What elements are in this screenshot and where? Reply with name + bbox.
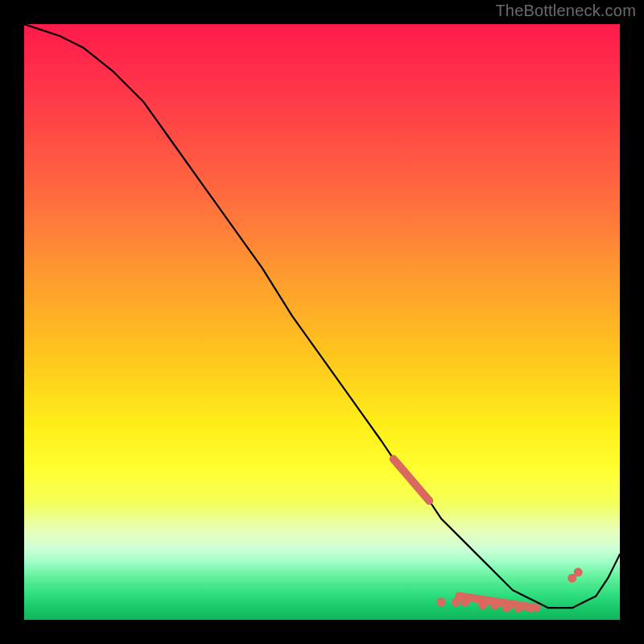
marker-dot (490, 601, 499, 609)
marker-segment (394, 459, 429, 501)
marker-dot (460, 597, 469, 606)
marker-dot (437, 597, 446, 606)
bottleneck-curve (24, 24, 620, 608)
attribution-text: TheBottleneck.com (495, 2, 636, 20)
marker-dot (452, 597, 460, 606)
marker-dot (514, 604, 523, 613)
marker-dot (502, 604, 511, 613)
marker-dots (437, 568, 583, 612)
marker-dot (526, 604, 535, 613)
marker-dot (574, 568, 583, 576)
chart-stage: TheBottleneck.com (0, 0, 644, 644)
marker-dot (478, 601, 487, 609)
curve-svg (24, 24, 620, 620)
plot-area (24, 24, 620, 620)
marker-segments (394, 459, 537, 608)
